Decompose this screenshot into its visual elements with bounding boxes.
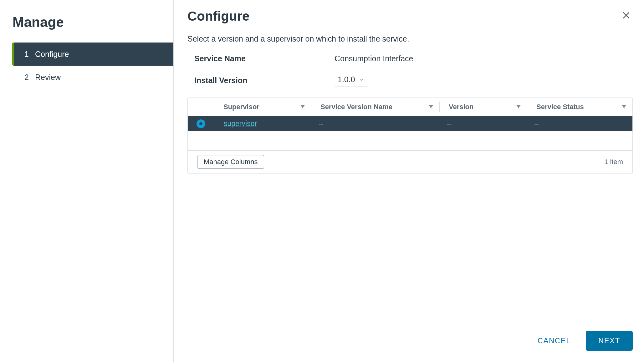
cell-service-version-name: -- xyxy=(309,116,437,131)
step-configure[interactable]: 1 Configure xyxy=(12,43,173,66)
table-header: Supervisor Service Version Name Version … xyxy=(188,98,632,116)
column-supervisor[interactable]: Supervisor xyxy=(214,98,311,116)
column-supervisor-label: Supervisor xyxy=(223,103,259,111)
page-subtitle: Select a version and a supervisor on whi… xyxy=(187,34,633,43)
table-row[interactable]: supervisor -- -- – xyxy=(188,116,632,131)
service-name-row: Service Name Consumption Interface xyxy=(187,54,633,63)
wizard-steps: 1 Configure 2 Review xyxy=(0,43,173,89)
cancel-button[interactable]: CANCEL xyxy=(534,331,575,350)
sidebar-title: Manage xyxy=(0,9,173,43)
supervisor-table: Supervisor Service Version Name Version … xyxy=(187,98,633,173)
manage-columns-button[interactable]: Manage Columns xyxy=(197,155,264,169)
main-panel: Configure Select a version and a supervi… xyxy=(174,0,644,362)
service-name-label: Service Name xyxy=(194,54,335,63)
close-icon xyxy=(621,11,631,20)
table-footer: Manage Columns 1 item xyxy=(188,151,632,173)
table-empty-space xyxy=(188,131,632,151)
filter-icon[interactable] xyxy=(516,104,521,110)
page-title: Configure xyxy=(187,9,249,24)
table-body: supervisor -- -- – xyxy=(188,116,632,151)
column-version-label: Version xyxy=(449,103,473,111)
step-label: Configure xyxy=(35,50,69,59)
step-label: Review xyxy=(35,73,61,82)
install-version-row: Install Version 1.0.0 xyxy=(187,74,633,87)
column-version[interactable]: Version xyxy=(439,98,527,116)
close-button[interactable] xyxy=(620,9,633,22)
cell-service-status: – xyxy=(525,116,632,131)
column-service-status[interactable]: Service Status xyxy=(527,98,632,116)
next-button[interactable]: NEXT xyxy=(586,331,633,351)
cell-version: -- xyxy=(437,116,525,131)
sidebar: Manage 1 Configure 2 Review xyxy=(0,0,174,362)
service-name-value: Consumption Interface xyxy=(335,54,413,63)
supervisor-link[interactable]: supervisor xyxy=(224,119,257,128)
install-version-select[interactable]: 1.0.0 xyxy=(335,74,368,87)
step-number: 1 xyxy=(24,50,35,59)
item-count: 1 item xyxy=(604,158,623,166)
install-version-value: 1.0.0 xyxy=(338,75,355,84)
column-select xyxy=(188,98,214,116)
column-service-status-label: Service Status xyxy=(536,103,584,111)
filter-icon[interactable] xyxy=(621,104,627,110)
chevron-down-icon xyxy=(359,77,365,83)
step-number: 2 xyxy=(24,73,35,82)
filter-icon[interactable] xyxy=(428,104,434,110)
install-version-label: Install Version xyxy=(194,76,335,85)
row-radio-cell[interactable] xyxy=(188,116,214,131)
step-review[interactable]: 2 Review xyxy=(12,66,173,89)
column-service-version-name[interactable]: Service Version Name xyxy=(311,98,439,116)
wizard-footer: CANCEL NEXT xyxy=(187,318,633,351)
radio-selected-icon[interactable] xyxy=(197,119,205,128)
filter-icon[interactable] xyxy=(300,104,305,110)
column-service-version-name-label: Service Version Name xyxy=(320,103,392,111)
